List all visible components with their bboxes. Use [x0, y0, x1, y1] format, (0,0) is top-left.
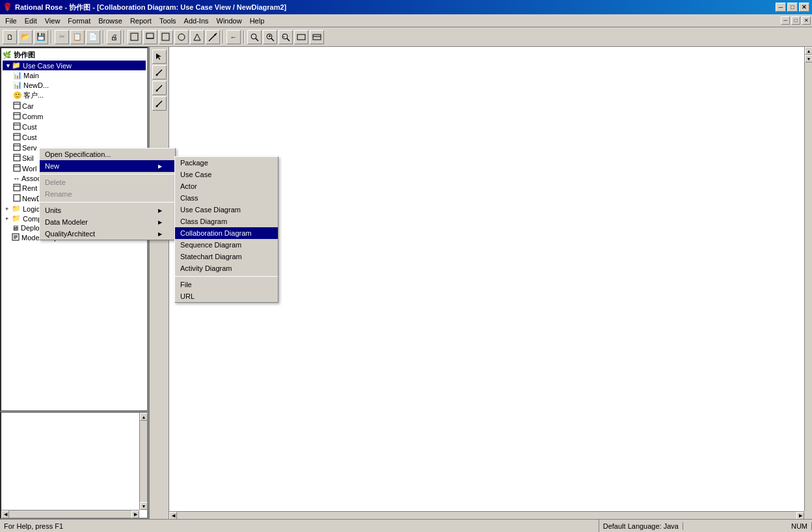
svg-marker-5	[194, 34, 200, 40]
copy-button[interactable]: 📋	[70, 30, 85, 44]
tree-item-comm[interactable]: Comm	[13, 111, 146, 122]
scroll-down-preview-button[interactable]: ▼	[140, 502, 148, 510]
tree-item-car[interactable]: Car	[13, 101, 146, 111]
new-button[interactable]: 🗋	[3, 30, 17, 44]
inner-maximize-button[interactable]: □	[791, 16, 800, 25]
cm-quality-architect[interactable]: QualityArchitect ▶	[40, 228, 175, 240]
tree-item-cust2[interactable]: Cust	[13, 132, 146, 143]
cut-button[interactable]: ✂	[55, 30, 69, 44]
svg-rect-17	[313, 35, 321, 40]
cm2-url[interactable]: URL	[175, 290, 278, 302]
inner-minimize-button[interactable]: ─	[781, 16, 790, 25]
scroll-left-preview-button[interactable]: ◀	[1, 511, 9, 518]
menu-tools[interactable]: Tools	[156, 16, 180, 26]
context-menu-1: Open Specification... New ▶ Delete Renam…	[39, 148, 176, 240]
horizontal-scrollbar[interactable]: ◀ ▶	[169, 511, 804, 519]
svg-point-46	[156, 105, 157, 107]
menu-file[interactable]: File	[1, 16, 21, 26]
draw-tool-1-button[interactable]	[152, 65, 167, 79]
class-icon	[13, 122, 21, 132]
open-button[interactable]: 📂	[18, 30, 33, 44]
draw-tool-3-button[interactable]	[152, 96, 167, 111]
scroll-left-canvas-button[interactable]: ◀	[169, 512, 177, 519]
menu-edit[interactable]: Edit	[21, 16, 41, 26]
inner-close-button[interactable]: ✕	[802, 16, 811, 25]
svg-marker-40	[156, 53, 161, 60]
cm2-class-diagram[interactable]: Class Diagram	[175, 216, 278, 227]
menu-format[interactable]: Format	[64, 16, 94, 26]
scroll-right-preview-button[interactable]: ▶	[131, 511, 139, 518]
cm2-sequence-diagram[interactable]: Sequence Diagram	[175, 239, 278, 251]
svg-line-41	[157, 70, 162, 75]
tool3-button[interactable]	[159, 30, 173, 44]
cm-sep1	[40, 174, 175, 175]
cm2-package[interactable]: Package	[175, 157, 278, 169]
cm2-activity-diagram[interactable]: Activity Diagram	[175, 262, 278, 274]
maximize-button[interactable]: □	[787, 3, 798, 12]
menu-view[interactable]: View	[41, 16, 64, 26]
tree-item-cust1[interactable]: Cust	[13, 122, 146, 132]
cm2-sep1	[175, 276, 278, 277]
tool5-button[interactable]	[190, 30, 204, 44]
cm2-use-case[interactable]: Use Case	[175, 169, 278, 180]
pointer-tool-button[interactable]	[152, 49, 167, 64]
cm-open-spec[interactable]: Open Specification...	[40, 148, 175, 160]
preview-panel: ▲ ▼ ◀ ▶	[0, 412, 148, 519]
cm2-collaboration-diagram[interactable]: Collaboration Diagram	[175, 227, 278, 239]
tree-item-customer[interactable]: 🙂 客户...	[13, 90, 146, 101]
scroll-right-canvas-button[interactable]: ▶	[796, 512, 804, 519]
cm2-use-case-diagram[interactable]: Use Case Diagram	[175, 204, 278, 216]
tool8-button[interactable]	[310, 30, 324, 44]
tree-item-main[interactable]: 📊 Main	[13, 70, 146, 80]
draw-tool-2-button[interactable]	[152, 81, 167, 95]
save-button[interactable]: 💾	[34, 30, 48, 44]
tree-label: Skil	[22, 154, 34, 162]
expand-icon[interactable]: +	[5, 206, 12, 212]
tree-title-label: 协作图	[14, 50, 35, 60]
svg-point-44	[156, 90, 157, 92]
cm-new[interactable]: New ▶	[40, 160, 175, 172]
toolbar-separator-1	[51, 31, 52, 44]
minimize-button[interactable]: ─	[776, 3, 786, 12]
scroll-up-preview-button[interactable]: ▲	[140, 413, 148, 421]
tool2-button[interactable]	[143, 30, 157, 44]
tool4-button[interactable]	[174, 30, 189, 44]
status-numlock: NUM	[787, 522, 812, 530]
diagram-toolbar	[150, 47, 169, 519]
menu-help[interactable]: Help	[246, 16, 269, 26]
tree-item-newdiagram[interactable]: 📊 NewD...	[13, 80, 146, 90]
tree-title-icon: 🌿	[3, 51, 12, 59]
cm-data-modeler[interactable]: Data Modeler ▶	[40, 216, 175, 228]
tool7-button[interactable]	[294, 30, 308, 44]
scroll-up-button[interactable]: ▲	[805, 47, 812, 55]
zoom-fit-button[interactable]	[247, 30, 262, 44]
cm2-actor[interactable]: Actor	[175, 180, 278, 192]
numlock-text: NUM	[791, 522, 807, 530]
paste-button[interactable]: 📄	[86, 30, 100, 44]
menu-report[interactable]: Report	[126, 16, 156, 26]
scroll-down-button[interactable]: ▼	[805, 55, 812, 63]
cm-units[interactable]: Units ▶	[40, 204, 175, 216]
zoom-in-button[interactable]: +	[263, 30, 277, 44]
tool6-button[interactable]	[206, 30, 220, 44]
expand-icon[interactable]: ▼	[5, 63, 12, 69]
zoom-out-button[interactable]: -	[278, 30, 293, 44]
menu-addins[interactable]: Add-Ins	[180, 16, 213, 26]
back-button[interactable]: ←	[226, 30, 241, 44]
menu-browse[interactable]: Browse	[94, 16, 126, 26]
toolbar-separator-5	[243, 31, 245, 44]
close-button[interactable]: ✕	[799, 3, 809, 12]
tree-item-use-case-view[interactable]: ▼ 📁 Use Case View	[3, 61, 146, 70]
app-icon: 🌹	[3, 3, 12, 12]
select-button[interactable]	[128, 30, 142, 44]
expand-icon[interactable]: +	[5, 216, 12, 222]
cm2-class[interactable]: Class	[175, 192, 278, 204]
cm2-file[interactable]: File	[175, 279, 278, 290]
cm2-statechart-diagram[interactable]: Statechart Diagram	[175, 251, 278, 262]
class-icon	[13, 102, 21, 111]
tree-label: Comm	[22, 113, 43, 120]
assoc-icon: ↔	[13, 175, 20, 182]
vertical-scrollbar[interactable]: ▲ ▼	[804, 47, 812, 511]
menu-window[interactable]: Window	[213, 16, 246, 26]
print-button[interactable]: 🖨	[107, 30, 121, 44]
